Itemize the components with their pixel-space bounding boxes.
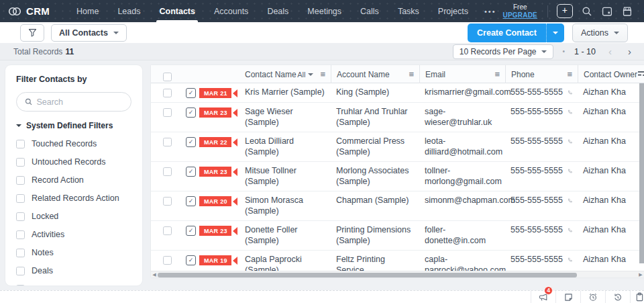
row-checkbox[interactable]: [163, 226, 172, 235]
account-name-cell[interactable]: Commercial Press (Sample): [331, 132, 419, 161]
nav-tab-leads[interactable]: Leads: [108, 0, 150, 22]
filter-item-related-records-action[interactable]: Related Records Action: [16, 193, 131, 203]
email-cell[interactable]: capla- paprocki@yahoo.com: [419, 251, 505, 271]
search-icon[interactable]: [582, 5, 593, 17]
create-contact-button[interactable]: Create Contact: [468, 24, 546, 42]
row-checkbox[interactable]: [163, 138, 172, 146]
contact-name-cell[interactable]: Capla Paprocki (Sample): [239, 251, 331, 271]
account-name-cell[interactable]: Chapman (Sample): [331, 191, 419, 210]
marketplace-icon[interactable]: [622, 5, 633, 17]
filter-checkbox[interactable]: [16, 285, 25, 286]
clipboard-icon[interactable]: [630, 291, 644, 303]
date-ribbon-badge[interactable]: MAR 22: [199, 137, 231, 147]
phone-icon[interactable]: [568, 196, 572, 205]
nav-tab-accounts[interactable]: Accounts: [205, 0, 258, 22]
column-menu-icon[interactable]: ≡: [494, 69, 500, 79]
column-menu-icon[interactable]: ≡: [409, 69, 414, 79]
view-selector-dropdown[interactable]: All Contacts: [51, 24, 127, 42]
records-per-page-dropdown[interactable]: 10 Records Per Page: [453, 44, 553, 59]
account-name-cell[interactable]: Truhlar And Truhlar (Sample): [331, 103, 419, 132]
date-ribbon-badge[interactable]: MAR 23: [199, 167, 231, 177]
contact-name-cell[interactable]: Mitsue Tollner (Sample): [239, 162, 331, 191]
date-ribbon-badge[interactable]: MAR 23: [199, 226, 231, 236]
open-task-icon[interactable]: ✓: [186, 255, 196, 265]
contact-name-cell[interactable]: Kris Marrier (Sample): [239, 83, 331, 102]
email-cell[interactable]: sage-wieser@truhlar.uk: [419, 103, 505, 132]
announcements-icon[interactable]: 4: [531, 291, 555, 303]
open-task-icon[interactable]: ✓: [186, 196, 196, 206]
filter-item-locked[interactable]: Locked: [16, 212, 131, 221]
open-task-icon[interactable]: ✓: [186, 107, 196, 118]
open-task-icon[interactable]: ✓: [186, 167, 196, 177]
date-ribbon-badge[interactable]: MAR 21: [199, 88, 231, 98]
create-contact-split-button[interactable]: Create Contact: [468, 24, 564, 42]
contact-name-cell[interactable]: Leota Dilliard (Sample): [239, 132, 331, 161]
table-row[interactable]: ✓MAR 23Mitsue Tollner (Sample)Morlong As…: [151, 162, 644, 191]
table-row[interactable]: ✓MAR 21Kris Marrier (Sample)King (Sample…: [151, 83, 644, 103]
upgrade-link[interactable]: UPGRADE: [503, 11, 537, 19]
contact-name-filter-dropdown[interactable]: All: [297, 71, 313, 79]
date-ribbon-badge[interactable]: MAR 20: [199, 196, 231, 206]
account-name-cell[interactable]: King (Sample): [331, 83, 419, 102]
contact-name-cell[interactable]: Sage Wieser (Sample): [239, 103, 331, 132]
contact-name-cell[interactable]: Donette Foller (Sample): [239, 221, 331, 250]
filter-checkbox[interactable]: [16, 267, 25, 275]
filter-item-touched-records[interactable]: Touched Records: [16, 139, 131, 148]
email-cell[interactable]: krismarrier@gmail.com: [419, 83, 505, 102]
table-row[interactable]: ✓MAR 23Donette Foller (Sample)Printing D…: [151, 221, 644, 251]
system-defined-filters-section[interactable]: System Defined Filters: [16, 121, 131, 130]
nav-tab-meetings[interactable]: Meetings: [298, 0, 351, 22]
filter-checkbox[interactable]: [16, 140, 25, 148]
column-menu-icon[interactable]: ≡: [320, 69, 325, 79]
filter-item-notes[interactable]: Notes: [16, 248, 131, 257]
phone-icon[interactable]: [568, 137, 572, 146]
email-cell[interactable]: foller-donette@in.com: [419, 221, 505, 250]
column-label-email[interactable]: Email: [425, 70, 445, 79]
account-name-cell[interactable]: Printing Dimensions (Sample): [331, 221, 419, 250]
horizontal-scrollbar[interactable]: ◀ ▶: [151, 271, 644, 277]
account-name-cell[interactable]: Morlong Associates (Sample): [331, 162, 419, 191]
column-label-contact-owner[interactable]: Contact Owner: [584, 70, 637, 79]
nav-tab-deals[interactable]: Deals: [258, 0, 298, 22]
column-label-phone[interactable]: Phone: [511, 70, 535, 79]
open-task-icon[interactable]: ✓: [186, 137, 196, 147]
row-checkbox[interactable]: [163, 197, 172, 206]
email-cell[interactable]: simonm@chapman.com: [419, 191, 505, 210]
filter-checkbox[interactable]: [16, 212, 25, 221]
table-row[interactable]: ✓MAR 19Capla Paprocki (Sample)Feltz Prin…: [151, 251, 644, 271]
phone-icon[interactable]: [568, 255, 572, 264]
nav-tab-contacts[interactable]: Contacts: [150, 0, 204, 22]
row-checkbox[interactable]: [163, 89, 172, 97]
recent-history-icon[interactable]: [605, 291, 630, 303]
table-row[interactable]: ✓MAR 20Simon Morasca (Sample)Chapman (Sa…: [151, 191, 644, 221]
filter-item-untouched-records[interactable]: Untouched Records: [16, 157, 131, 167]
column-label-account-name[interactable]: Account Name: [337, 70, 390, 79]
email-cell[interactable]: tollner- morlong@gmail.com: [419, 162, 505, 191]
column-label-contact-name[interactable]: Contact Name: [245, 70, 297, 79]
open-task-icon[interactable]: ✓: [186, 226, 196, 236]
notes-icon[interactable]: [555, 291, 580, 303]
calendar-icon[interactable]: [602, 5, 613, 17]
phone-icon[interactable]: [568, 226, 572, 234]
row-checkbox[interactable]: [163, 108, 172, 117]
email-cell[interactable]: leota-dilliard@hotmail.com: [419, 132, 505, 161]
account-name-cell[interactable]: Feltz Printing Service (Sample): [331, 251, 419, 271]
nav-tab-calls[interactable]: Calls: [351, 0, 388, 22]
select-all-checkbox[interactable]: [163, 73, 172, 81]
filter-item-deal-amount[interactable]: Deal Amount: [16, 284, 131, 286]
column-menu-icon[interactable]: ≡: [567, 69, 572, 79]
filter-item-record-action[interactable]: Record Action: [16, 175, 131, 185]
table-row[interactable]: ✓MAR 23Sage Wieser (Sample)Truhlar And T…: [151, 103, 644, 132]
nav-more-button[interactable]: •••: [478, 7, 503, 15]
date-ribbon-badge[interactable]: MAR 19: [199, 255, 231, 265]
filter-funnel-button[interactable]: [20, 24, 44, 42]
row-checkbox[interactable]: [163, 167, 172, 176]
phone-icon[interactable]: [568, 88, 572, 97]
nav-tab-projects[interactable]: Projects: [429, 0, 478, 22]
actions-dropdown-button[interactable]: Actions: [572, 24, 628, 42]
previous-page-button[interactable]: ‹: [605, 46, 615, 57]
reminders-alarm-icon[interactable]: [580, 291, 605, 303]
table-row[interactable]: ✓MAR 22Leota Dilliard (Sample)Commercial…: [151, 132, 644, 162]
filter-checkbox[interactable]: [16, 158, 25, 167]
nav-tab-tasks[interactable]: Tasks: [388, 0, 429, 22]
